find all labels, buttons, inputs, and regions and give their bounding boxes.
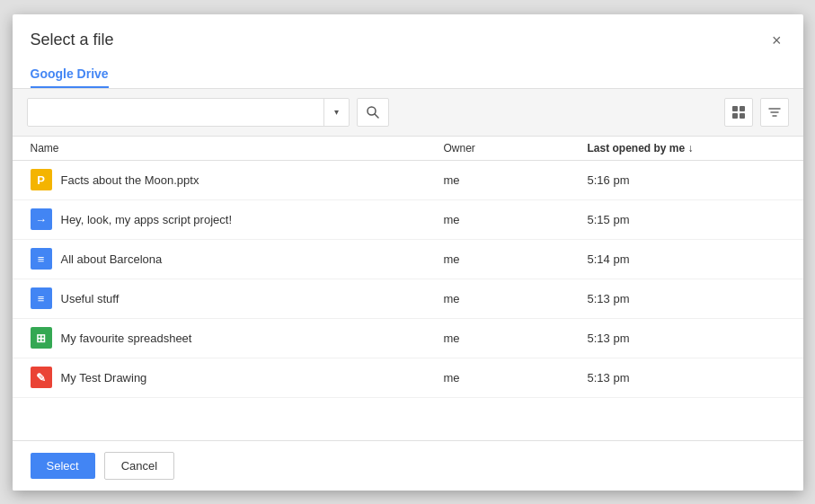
select-button[interactable]: Select	[31, 453, 95, 479]
file-owner: me	[444, 173, 588, 187]
col-header-last-opened[interactable]: Last opened by me ↓	[588, 142, 785, 155]
file-last-opened: 5:14 pm	[588, 252, 785, 266]
search-input[interactable]	[28, 105, 323, 119]
file-name: Facts about the Moon.pptx	[61, 173, 199, 187]
file-name-cell: ✎ My Test Drawing	[31, 367, 444, 388]
file-name: All about Barcelona	[61, 252, 163, 266]
table-row[interactable]: ≡ Useful stuff me 5:13 pm	[13, 279, 803, 319]
file-last-opened: 5:15 pm	[588, 213, 785, 226]
dialog-title: Select a file	[31, 31, 114, 49]
tab-google-drive[interactable]: Google Drive	[31, 59, 109, 88]
file-owner: me	[444, 292, 588, 305]
column-headers: Name Owner Last opened by me ↓	[13, 137, 803, 161]
file-last-opened: 5:13 pm	[588, 292, 785, 305]
file-owner: me	[444, 371, 588, 385]
table-row[interactable]: ⊞ My favourite spreadsheet me 5:13 pm	[13, 319, 803, 358]
grid-icon	[732, 106, 745, 119]
file-type-icon: →	[31, 208, 52, 230]
sort-view-button[interactable]	[760, 98, 789, 127]
file-last-opened: 5:13 pm	[588, 332, 785, 345]
file-owner: me	[444, 252, 588, 266]
file-last-opened: 5:16 pm	[588, 173, 785, 187]
table-row[interactable]: ✎ My Test Drawing me 5:13 pm	[13, 358, 803, 398]
col-header-owner: Owner	[444, 142, 588, 155]
close-button[interactable]: ×	[768, 29, 785, 52]
file-type-icon: ✎	[31, 367, 52, 388]
file-name-cell: ≡ All about Barcelona	[31, 248, 444, 270]
col-header-name: Name	[31, 142, 444, 155]
search-dropdown-button[interactable]: ▾	[323, 99, 349, 126]
file-type-icon: ⊞	[31, 327, 52, 349]
file-type-icon: P	[31, 169, 52, 190]
svg-line-1	[375, 114, 378, 118]
file-name-cell: ≡ Useful stuff	[31, 287, 444, 309]
file-owner: me	[444, 213, 588, 226]
table-row[interactable]: P Facts about the Moon.pptx me 5:16 pm	[13, 161, 803, 200]
file-type-icon: ≡	[31, 287, 52, 309]
file-owner: me	[444, 332, 588, 345]
file-name-cell: ⊞ My favourite spreadsheet	[31, 327, 444, 349]
toolbar: ▾	[13, 89, 803, 137]
file-type-icon: ≡	[31, 248, 52, 270]
file-name-cell: → Hey, look, my apps script project!	[31, 208, 444, 230]
table-row[interactable]: ≡ All about Barcelona me 5:14 pm	[13, 240, 803, 279]
file-name: Hey, look, my apps script project!	[61, 213, 233, 226]
dialog-header: Select a file ×	[13, 14, 803, 52]
tabs-bar: Google Drive	[13, 59, 803, 89]
file-name-cell: P Facts about the Moon.pptx	[31, 169, 444, 190]
file-name: Useful stuff	[61, 292, 120, 305]
cancel-button[interactable]: Cancel	[104, 452, 174, 480]
grid-view-button[interactable]	[724, 98, 753, 127]
file-last-opened: 5:13 pm	[588, 371, 785, 385]
search-wrapper: ▾	[27, 98, 350, 127]
search-icon	[366, 105, 380, 119]
search-button[interactable]	[357, 98, 389, 127]
dialog-footer: Select Cancel	[13, 440, 803, 491]
file-name: My Test Drawing	[61, 371, 147, 385]
file-list: P Facts about the Moon.pptx me 5:16 pm →…	[13, 161, 803, 440]
table-row[interactable]: → Hey, look, my apps script project! me …	[13, 200, 803, 240]
select-file-dialog: Select a file × Google Drive ▾	[13, 14, 803, 491]
file-name: My favourite spreadsheet	[61, 332, 192, 345]
sort-icon	[767, 105, 782, 119]
